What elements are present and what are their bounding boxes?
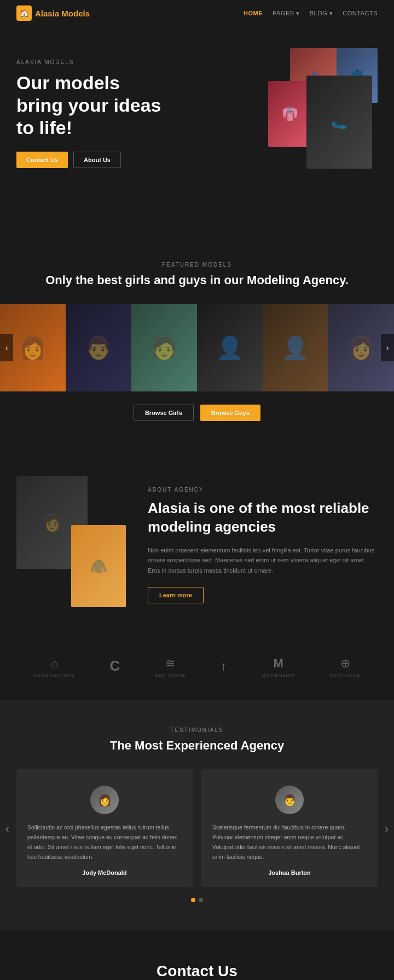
model-figure-2: 👨 [66,304,131,391]
browse-guys-button[interactable]: Browse Guys [200,405,260,421]
logo[interactable]: 🏠 Alasia Models [16,5,90,21]
model-silhouette-3: 👘 [268,81,312,147]
partners-section: ⌂ ARCHITECTURE C ≋ RED CURVE ↑ M MUDIEME… [0,640,394,700]
testimonial-name-2: Joshua Burton [212,869,367,876]
partner-4: ↑ [221,659,227,676]
about-content: ABOUT AGENCY Alasia is one of the most r… [148,476,378,603]
partner-4-icon: ↑ [221,659,227,673]
nav-links: HOME PAGES ▾ BLOG ▾ CONTACTS [244,10,378,17]
avatar-icon-2: 👨 [283,793,297,806]
nav-blog[interactable]: BLOG ▾ [310,10,333,17]
testimonial-next-button[interactable]: › [385,822,389,834]
redcurve-name: RED CURVE [155,673,186,678]
logo-text: Alasia Models [35,9,90,18]
about-section: 👩 🧥 ABOUT AGENCY Alasia is one of the mo… [0,443,394,640]
avatar-icon-1: 👩 [98,793,112,806]
featured-label: FEATURED MODELS [0,262,394,268]
about-text: Non enim praesent elementum facilisis le… [148,545,378,576]
partner-2-icon: C [110,658,120,675]
testimonial-card-2: 👨 Scelerisque fermentum dui faucibus in … [201,769,378,887]
dot-2[interactable] [199,898,203,902]
testimonial-card-1: 👩 Sollicitudin ac orci phasellus egestas… [16,769,193,887]
partner-paychoice: ⊕ PAYCHOICE [330,656,360,678]
hero-section: ALASIA MODELS Our models bring your idea… [0,26,394,234]
partner-redcurve: ≋ RED CURVE [155,656,186,678]
testimonial-avatar-1: 👩 [90,786,119,814]
learn-more-button[interactable]: Learn more [148,587,204,603]
models-carousel: ‹ 👩 👨 🧑 👤 👤 👩 › [0,304,394,391]
testimonials-cards: ‹ 👩 Sollicitudin ac orci phasellus egest… [16,769,378,887]
partner-mudiemedia: M MUDIEMEDIA [262,656,295,678]
testimonial-name-1: Jody McDonald [27,869,182,876]
model-figure-4: 👤 [197,304,263,391]
hero-buttons: Contact Us About Us [16,152,170,168]
contact-us-button[interactable]: Contact Us [16,152,68,168]
model-card-3: 🧑 [131,304,197,391]
model-figure-5: 👤 [263,304,328,391]
testimonial-dots [16,898,378,902]
model-card-4: 👤 [197,304,263,391]
redcurve-icon: ≋ [165,656,175,671]
carousel-prev-button[interactable]: ‹ [0,334,13,361]
partner-2: C [110,658,120,677]
partner-architecture: ⌂ ARCHITECTURE [34,656,75,678]
about-image-2: 🧥 [71,525,126,607]
model-card-5: 👤 [263,304,328,391]
nav-pages[interactable]: PAGES ▾ [273,10,300,17]
paychoice-name: PAYCHOICE [330,673,360,678]
architecture-icon: ⌂ [51,656,58,671]
contact-section: Contact Us Accumsan in nisl nisi sceleri… [0,930,394,980]
testimonial-avatar-2: 👨 [275,786,304,814]
testimonial-text-2: Scelerisque fermentum dui faucibus in or… [212,823,367,862]
browse-girls-button[interactable]: Browse Girls [134,405,194,421]
about-figure-2: 🧥 [71,525,126,607]
testimonials-section: TESTIMONIALS The Most Experienced Agency… [0,700,394,930]
models-grid: 👩 👨 🧑 👤 👤 👩 [0,304,394,391]
about-title: Alasia is one of the most reliable model… [148,499,378,537]
nav-home[interactable]: HOME [244,10,263,16]
hero-content: ALASIA MODELS Our models bring your idea… [16,48,170,168]
about-us-button[interactable]: About Us [73,152,121,168]
architecture-name: ARCHITECTURE [34,673,75,678]
about-label: ABOUT AGENCY [148,487,378,493]
dot-1[interactable] [191,898,195,902]
mudiemedia-icon: M [273,656,283,671]
hero-images: 👗 🧥 👘 🥿 [235,48,378,201]
featured-title: Only the best girls and guys in our Mode… [0,273,394,287]
mudiemedia-name: MUDIEMEDIA [262,673,295,678]
hero-image-3: 👘 [268,81,312,147]
hero-subtitle: ALASIA MODELS [16,59,170,65]
logo-icon: 🏠 [16,5,32,21]
model-silhouette-4: 🥿 [306,76,372,169]
about-images: 👩 🧥 [16,476,126,607]
testimonial-prev-button[interactable]: ‹ [5,822,9,834]
testimonials-title: The Most Experienced Agency [16,739,378,753]
hero-title: Our models bring your ideas to life! [16,72,170,139]
carousel-buttons: Browse Girls Browse Guys [0,405,394,421]
featured-section: FEATURED MODELS Only the best girls and … [0,234,394,443]
hero-image-4: 🥿 [306,76,372,169]
testimonials-label: TESTIMONIALS [16,727,378,733]
contact-title: Contact Us [16,962,378,980]
navbar: 🏠 Alasia Models HOME PAGES ▾ BLOG ▾ CONT… [0,0,394,26]
paychoice-icon: ⊕ [340,656,350,671]
nav-contacts[interactable]: CONTACTS [343,10,378,16]
model-figure-3: 🧑 [131,304,197,391]
model-card-2: 👨 [66,304,131,391]
carousel-next-button[interactable]: › [381,334,394,361]
testimonial-text-1: Sollicitudin ac orci phasellus egestas t… [27,823,182,862]
